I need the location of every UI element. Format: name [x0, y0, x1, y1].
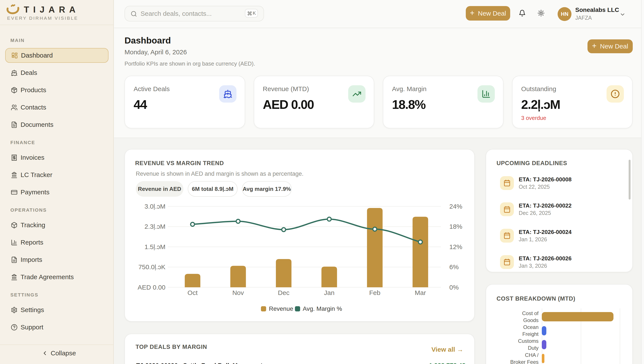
svg-text:Oct: Oct [188, 289, 198, 296]
svg-text:18%: 18% [449, 223, 462, 230]
svg-text:12%: 12% [449, 243, 462, 250]
svg-text:Nov: Nov [232, 289, 244, 296]
svg-text:2.3ļ.ɔM: 2.3ļ.ɔM [145, 223, 165, 230]
svg-text:Revenue: Revenue [269, 305, 293, 312]
svg-text:3.0ļ.ɔM: 3.0ļ.ɔM [145, 203, 165, 210]
svg-text:6%: 6% [449, 263, 459, 270]
svg-text:Dec: Dec [278, 289, 289, 296]
svg-text:Mar: Mar [415, 289, 426, 296]
svg-text:AED 0.00: AED 0.00 [138, 284, 165, 291]
svg-text:Feb: Feb [369, 289, 380, 296]
svg-text:1.5ļ.ɔM: 1.5ļ.ɔM [145, 243, 165, 250]
svg-text:750.0ļ.ɔK: 750.0ļ.ɔK [138, 263, 165, 270]
svg-text:0%: 0% [449, 284, 459, 291]
svg-text:Avg. Margin %: Avg. Margin % [303, 305, 342, 312]
svg-text:24%: 24% [449, 203, 462, 210]
svg-text:Jan: Jan [324, 289, 334, 296]
